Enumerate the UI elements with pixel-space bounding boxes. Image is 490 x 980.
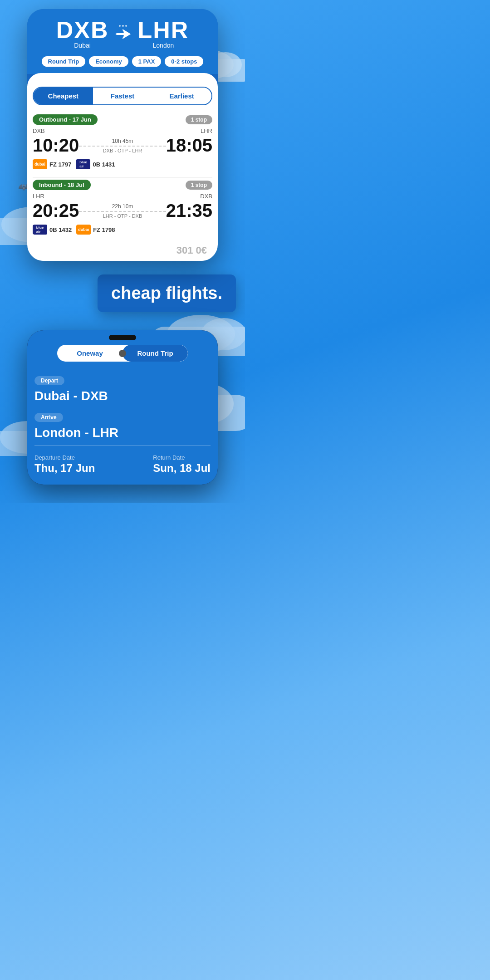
flights-container: Outbound - 17 Jun 1 stop DXB LHR 10:20 1… — [27, 111, 218, 261]
passengers-chip[interactable]: 1 PAX — [132, 56, 162, 67]
round-trip-option[interactable]: Round Trip — [122, 345, 188, 362]
destination-col: LHR London — [137, 16, 189, 49]
stops-chip[interactable]: 0-2 stops — [165, 56, 203, 67]
origin-name: Dubai — [74, 42, 91, 49]
departure-date-value: Thu, 17 Jun — [34, 462, 95, 475]
outbound-dashed — [79, 146, 166, 147]
outbound-label: Outbound - 17 Jun — [33, 114, 98, 125]
blue-logo-1: blueair — [76, 159, 90, 169]
outbound-route: DXB - OTP - LHR — [79, 148, 166, 153]
outbound-airline-2: blueair 0B 1431 — [76, 159, 115, 169]
inbound-label: Inbound - 18 Jul — [33, 180, 91, 190]
outbound-times: 10:20 10h 45m DXB - OTP - LHR 18:05 — [33, 135, 212, 156]
inbound-route: LHR - OTP - DXB — [79, 213, 166, 219]
airplane-svg — [114, 28, 132, 40]
tab-cheapest[interactable]: Cheapest — [34, 88, 93, 104]
inbound-airline-2: dubai FZ 1798 — [76, 225, 115, 235]
toggle-dot — [119, 350, 126, 357]
inbound-duration-info: 22h 10m LHR - OTP - DXB — [79, 203, 166, 219]
depart-value: Dubai - DXB — [34, 387, 211, 405]
oneway-option[interactable]: Oneway — [57, 345, 122, 362]
flight-number-2: 0B 1431 — [93, 161, 115, 168]
svg-rect-0 — [116, 33, 125, 35]
route-header: DXB Dubai — [34, 16, 211, 53]
field-divider-2 — [34, 446, 211, 446]
cabin-chip[interactable]: Economy — [89, 56, 128, 67]
blue-logo-2: blueair — [33, 225, 47, 235]
inbound-airline-1: blueair 0B 1432 — [33, 225, 72, 235]
inbound-dashed — [79, 211, 166, 212]
dubai-logo-2: dubai — [76, 225, 91, 235]
arrive-value: London - LHR — [34, 424, 211, 442]
top-phone-mockup: DXB Dubai — [27, 9, 218, 261]
toggle-wrapper: Oneway Round Trip — [27, 345, 218, 369]
inbound-departure: 20:25 — [33, 201, 79, 221]
outbound-from: DXB — [33, 127, 45, 134]
outbound-segment-header: Outbound - 17 Jun 1 stop — [33, 114, 212, 125]
price-value: 301 0€ — [176, 245, 207, 256]
inbound-times: 20:25 22h 10m LHR - OTP - DXB 21:35 — [33, 201, 212, 221]
arrive-label: Arrive — [34, 413, 63, 422]
outbound-duration-info: 10h 45m DXB - OTP - LHR — [79, 138, 166, 153]
cheap-flights-badge: cheap flights. — [98, 274, 236, 312]
inbound-from: LHR — [33, 193, 44, 200]
cheap-flights-text: cheap flights. — [111, 284, 222, 303]
tabs: Cheapest Fastest Earliest — [33, 87, 212, 105]
return-date-label: Return Date — [153, 454, 211, 461]
flight-number-3: 0B 1432 — [49, 226, 72, 233]
tabs-container: Cheapest Fastest Earliest — [27, 87, 218, 111]
outbound-segment: Outbound - 17 Jun 1 stop DXB LHR 10:20 1… — [33, 114, 212, 174]
inbound-to: DXB — [200, 193, 212, 200]
outbound-airlines: dubai FZ 1797 blueair 0B 1431 — [33, 159, 212, 174]
inbound-segment-header: Inbound - 18 Jul 1 stop — [33, 180, 212, 190]
dates-row: Departure Date Thu, 17 Jun Return Date S… — [34, 450, 211, 477]
outbound-stops: 1 stop — [186, 115, 212, 124]
flight-number-1: FZ 1797 — [49, 161, 71, 168]
inbound-duration: 22h 10m — [79, 203, 166, 210]
phone-notch-area: Oneway Round Trip Depart Dubai - DXB — [27, 330, 218, 485]
origin-code: DXB — [56, 16, 109, 44]
outbound-airline-1: dubai FZ 1797 — [33, 159, 71, 169]
dot-1 — [119, 25, 121, 27]
inbound-airports: LHR DXB — [33, 193, 212, 200]
inbound-stops: 1 stop — [186, 181, 212, 190]
outbound-to: LHR — [201, 127, 212, 134]
destination-name: London — [153, 42, 174, 49]
inbound-arrival: 21:35 — [166, 201, 212, 221]
dubai-logo-1: dubai — [33, 159, 47, 169]
price-teaser: 301 0€ — [33, 243, 212, 261]
destination-code: LHR — [137, 16, 189, 44]
outbound-arrival: 18:05 — [166, 135, 212, 156]
flight-number-4: FZ 1798 — [93, 226, 115, 233]
dot-2 — [122, 25, 124, 27]
filters-row: Round Trip Economy 1 PAX 0-2 stops — [34, 53, 211, 74]
segment-divider — [33, 177, 212, 178]
outbound-airports: DXB LHR — [33, 127, 212, 134]
middle-section: cheap flights. — [0, 261, 245, 321]
outbound-duration: 10h 45m — [79, 138, 166, 144]
phone-notch — [109, 335, 136, 340]
arrive-field[interactable]: Arrive London - LHR — [34, 413, 211, 442]
tab-earliest[interactable]: Earliest — [152, 88, 211, 104]
departure-date-col[interactable]: Departure Date Thu, 17 Jun — [34, 454, 95, 475]
inbound-segment: Inbound - 18 Jul 1 stop LHR DXB 20:25 22… — [33, 180, 212, 239]
trip-type-toggle[interactable]: Oneway Round Trip — [57, 345, 188, 362]
field-divider-1 — [34, 409, 211, 409]
depart-label: Depart — [34, 376, 64, 385]
bottom-phone-mockup: Oneway Round Trip Depart Dubai - DXB — [27, 330, 218, 485]
inbound-airlines: blueair 0B 1432 dubai FZ 1798 — [33, 225, 212, 239]
dot-3 — [125, 25, 127, 27]
departure-date-label: Departure Date — [34, 454, 95, 461]
plane-dots — [119, 25, 127, 27]
phone-header: DXB Dubai — [27, 9, 218, 74]
depart-field[interactable]: Depart Dubai - DXB — [34, 376, 211, 405]
search-form: Depart Dubai - DXB Arrive London - LHR D… — [27, 369, 218, 485]
plane-icon — [114, 25, 132, 40]
wave-white — [27, 73, 218, 87]
return-date-value: Sun, 18 Jul — [153, 462, 211, 475]
trip-type-chip[interactable]: Round Trip — [42, 56, 86, 67]
return-date-col[interactable]: Return Date Sun, 18 Jul — [153, 454, 211, 475]
outbound-departure: 10:20 — [33, 135, 79, 156]
origin-col: DXB Dubai — [56, 16, 109, 49]
tab-fastest[interactable]: Fastest — [93, 88, 152, 104]
